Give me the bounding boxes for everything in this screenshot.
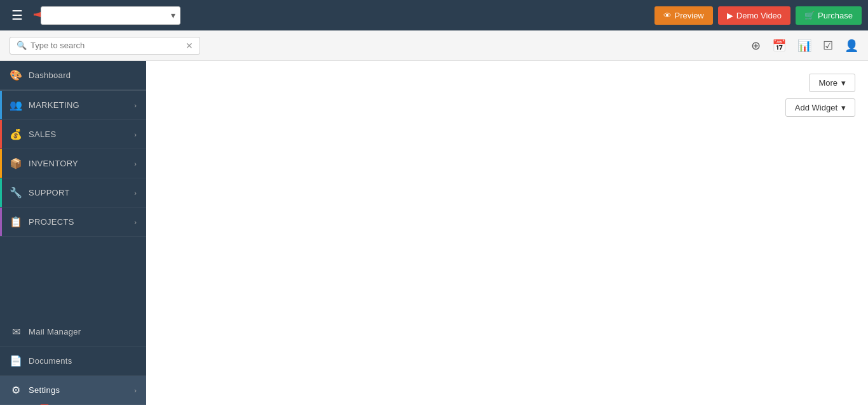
header-dropdown[interactable]	[41, 6, 180, 25]
toolbar-icons: ⊕ 📅 📊 ☑ 👤	[751, 39, 858, 53]
settings-arrow: ›	[134, 387, 137, 394]
sidebar-label-mail-manager: Mail Manager	[29, 327, 137, 336]
sidebar-label-inventory: INVENTORY	[29, 159, 134, 168]
header-left: ☰	[6, 5, 180, 25]
projects-icon: 📋	[10, 216, 22, 228]
search-input[interactable]	[31, 41, 182, 50]
sidebar-item-dashboard[interactable]: 🎨 Dashboard	[0, 61, 146, 91]
header: ☰ 👁 Preview ▶ Demo Video	[0, 0, 868, 30]
marketing-arrow: ›	[134, 102, 137, 109]
sidebar-item-support[interactable]: 🔧 SUPPORT ›	[0, 178, 146, 208]
sidebar-label-settings: Settings	[29, 385, 134, 395]
projects-color-bar	[0, 208, 2, 236]
sidebar-item-inventory[interactable]: 📦 INVENTORY ›	[0, 149, 146, 178]
mail-icon: ✉	[10, 326, 22, 338]
sales-color-bar	[0, 120, 2, 149]
sidebar-label-marketing: MARKETING	[29, 100, 134, 110]
sidebar-label-dashboard: Dashboard	[29, 70, 137, 80]
main-layout: 🎨 Dashboard 👥 MARKETING › 💰 SALES › 📦 IN…	[0, 61, 868, 405]
sidebar: 🎨 Dashboard 👥 MARKETING › 💰 SALES › 📦 IN…	[0, 61, 146, 405]
cart-icon: 🛒	[804, 11, 815, 20]
sidebar-item-documents[interactable]: 📄 Documents	[0, 347, 146, 376]
support-color-bar	[0, 178, 2, 207]
header-dropdown-wrap	[41, 6, 180, 25]
support-arrow: ›	[134, 189, 137, 197]
sidebar-label-support: SUPPORT	[29, 188, 134, 197]
inventory-icon: 📦	[10, 157, 22, 169]
purchase-button[interactable]: 🛒 Purchase	[796, 6, 862, 25]
more-button[interactable]: More ▾	[809, 74, 855, 92]
inventory-color-bar	[0, 149, 2, 178]
plus-icon[interactable]: ⊕	[751, 39, 761, 53]
sales-arrow: ›	[134, 131, 137, 138]
calendar-icon[interactable]: 📅	[772, 39, 786, 53]
sidebar-item-mail-manager[interactable]: ✉ Mail Manager	[0, 317, 146, 347]
eye-icon: 👁	[663, 11, 672, 20]
main-content: More ▾ Add Widget ▾	[146, 61, 868, 405]
search-icon: 🔍	[17, 41, 27, 50]
more-arrow-icon: ▾	[841, 78, 846, 88]
user-icon[interactable]: 👤	[844, 39, 858, 53]
hamburger-button[interactable]: ☰	[6, 5, 28, 25]
marketing-color-bar	[0, 91, 2, 119]
clear-icon[interactable]: ✕	[186, 41, 193, 51]
sidebar-label-projects: PROJECTS	[29, 217, 134, 227]
sidebar-label-sales: SALES	[29, 129, 134, 139]
checkbox-icon[interactable]: ☑	[823, 39, 833, 53]
sidebar-item-sales[interactable]: 💰 SALES ›	[0, 120, 146, 149]
sidebar-item-projects[interactable]: 📋 PROJECTS ›	[0, 208, 146, 237]
dashboard-icon: 🎨	[10, 69, 22, 81]
preview-button[interactable]: 👁 Preview	[654, 6, 713, 25]
sidebar-label-documents: Documents	[29, 356, 137, 366]
play-icon: ▶	[727, 11, 733, 20]
add-widget-arrow-icon: ▾	[841, 103, 846, 112]
sales-icon: 💰	[10, 128, 22, 140]
add-widget-button[interactable]: Add Widget ▾	[785, 98, 855, 117]
sidebar-item-settings[interactable]: ⚙ Settings › ⚙ CRM Settings	[0, 376, 146, 405]
sidebar-item-marketing[interactable]: 👥 MARKETING ›	[0, 91, 146, 120]
documents-icon: 📄	[10, 355, 22, 367]
marketing-icon: 👥	[10, 99, 22, 111]
support-icon: 🔧	[10, 187, 22, 199]
projects-arrow: ›	[134, 218, 137, 226]
more-label: More	[818, 78, 837, 88]
inventory-arrow: ›	[134, 160, 137, 168]
add-widget-label: Add Widget	[795, 103, 837, 112]
header-right: 👁 Preview ▶ Demo Video 🛒 Purchase	[654, 6, 862, 25]
demo-video-button[interactable]: ▶ Demo Video	[718, 6, 790, 25]
chart-icon[interactable]: 📊	[797, 39, 811, 53]
search-bar: 🔍 ✕	[10, 37, 200, 55]
toolbar: 🔍 ✕ ⊕ 📅 📊 ☑ 👤	[0, 30, 868, 61]
settings-icon: ⚙	[10, 384, 22, 396]
